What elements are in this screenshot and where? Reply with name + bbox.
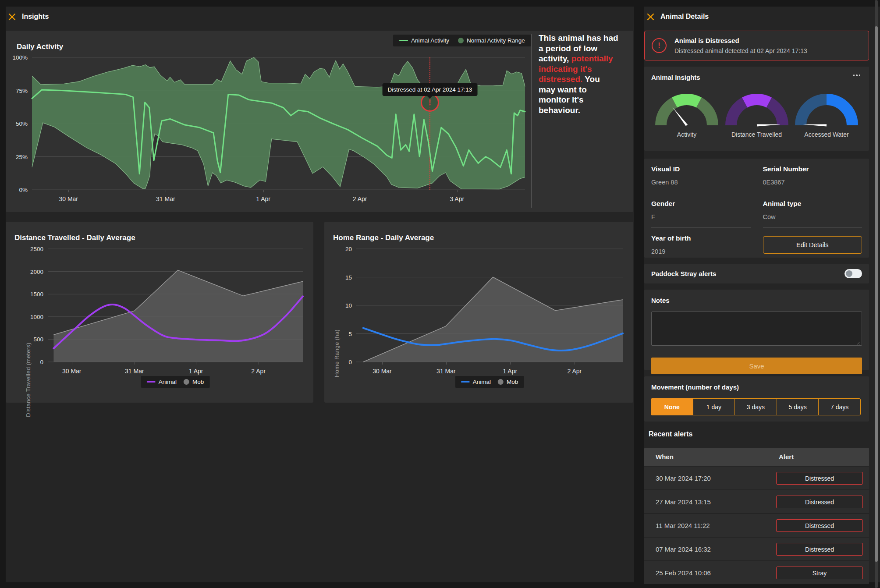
close-icon[interactable] xyxy=(8,13,16,21)
movement-section: Movement (number of days) None 1 day 3 d… xyxy=(644,376,869,422)
movement-7days-button[interactable]: 7 days xyxy=(818,398,861,415)
legend-animal[interactable]: Animal xyxy=(147,379,177,385)
table-row: 27 Mar 2024 13:15 Distressed xyxy=(644,489,869,513)
chart-title: Daily Activity xyxy=(17,43,63,51)
y-axis-tick-label: 5 xyxy=(348,330,352,337)
edit-details-button[interactable]: Edit Details xyxy=(763,236,862,254)
daily-activity-chart[interactable]: Distressed at 02 Apr 2024 17:13 ! 0%25%5… xyxy=(32,57,525,190)
y-axis-tick-label: 25% xyxy=(16,153,28,160)
scrollbar[interactable] xyxy=(875,0,878,588)
y-axis-title: Distance Travelled (meters) xyxy=(25,343,32,417)
legend-label: Animal Activity xyxy=(411,37,449,44)
close-icon[interactable] xyxy=(647,13,654,21)
x-axis-tick-label: 1 Apr xyxy=(256,195,270,202)
x-axis-tick-label: 1 Apr xyxy=(189,368,203,375)
distance-travelled-card: Distance Travelled - Daily Average Dista… xyxy=(6,222,313,403)
x-axis-tick-label: 31 Mar xyxy=(156,195,175,202)
gauge-label: Accessed Water xyxy=(794,131,859,138)
insights-panel: Insights Daily Activity Animal Activity … xyxy=(6,7,634,582)
gauge-label: Distance Travelled xyxy=(724,131,790,138)
alert-badge[interactable]: Stray xyxy=(776,567,863,579)
y-axis-tick-label: 2000 xyxy=(30,268,43,275)
app-root: Insights Daily Activity Animal Activity … xyxy=(0,0,880,588)
x-axis-tick-label: 2 Apr xyxy=(353,195,367,202)
movement-5days-button[interactable]: 5 days xyxy=(777,398,819,415)
movement-button-group: None 1 day 3 days 5 days 7 days xyxy=(651,398,861,415)
recent-alerts-title: Recent alerts xyxy=(649,430,693,438)
field-visual-id: Visual ID Green 88 xyxy=(651,159,751,193)
x-axis-tick xyxy=(446,362,447,365)
recent-alerts-table: When Alert 30 Mar 2024 17:20 Distressed … xyxy=(644,448,869,584)
x-axis-tick xyxy=(135,362,135,365)
x-axis-tick xyxy=(457,190,458,192)
y-axis-tick-label: 10 xyxy=(345,302,352,309)
daily-legend: Animal Activity Normal Activity Range xyxy=(393,35,531,46)
gauge-label: Activity xyxy=(654,131,720,138)
y-axis-tick-label: 75% xyxy=(16,87,28,94)
dot-swatch-icon xyxy=(458,38,464,43)
table-row: 11 Mar 2024 11:22 Distressed xyxy=(644,513,869,537)
movement-none-button[interactable]: None xyxy=(651,398,693,415)
x-axis-tick xyxy=(259,362,259,365)
field-animal-type: Animal type Cow xyxy=(763,193,862,228)
home-range-chart[interactable]: Home Range (ha) Animal Mob 0510152030 Ma… xyxy=(356,249,623,362)
distance-legend: Animal Mob xyxy=(141,376,210,388)
notes-textarea[interactable] xyxy=(651,312,862,346)
home-range-card: Home Range - Daily Average Home Range (h… xyxy=(324,222,633,403)
animal-insights-section: Animal Insights Activity Distance Travel… xyxy=(644,67,869,151)
field-serial-number: Serial Number 0E3867 xyxy=(763,159,862,193)
x-axis-tick xyxy=(72,362,72,365)
distance-chart[interactable]: Distance Travelled (meters) Animal Mob 0… xyxy=(48,249,303,362)
table-row: 25 Feb 2024 10:06 Stray xyxy=(644,560,869,584)
alert-badge[interactable]: Distressed xyxy=(776,496,863,508)
legend-animal[interactable]: Animal xyxy=(461,379,491,385)
vertical-divider xyxy=(531,34,532,208)
table-header: When Alert xyxy=(644,448,869,466)
movement-3days-button[interactable]: 3 days xyxy=(735,398,777,415)
movement-1day-button[interactable]: 1 day xyxy=(693,398,735,415)
panel-title: Animal Details xyxy=(660,13,709,21)
scrollbar-thumb[interactable] xyxy=(875,26,878,562)
x-axis-tick-label: 3 Apr xyxy=(450,195,464,202)
notes-section: Notes Save xyxy=(644,290,869,370)
alert-badge[interactable]: Distressed xyxy=(776,472,863,485)
x-axis-tick-label: 31 Mar xyxy=(125,368,144,375)
distress-alert-banner: ! Animal is Distressed Distressed animal… xyxy=(644,31,869,60)
y-axis-tick-label: 15 xyxy=(345,274,352,280)
daily-activity-card: Daily Activity Animal Activity Normal Ac… xyxy=(6,31,633,212)
y-axis-tick-label: 100% xyxy=(12,54,28,61)
kebab-menu-icon[interactable] xyxy=(852,73,862,78)
tooltip-text: Distressed at 02 Apr 2024 17:13 xyxy=(387,86,472,93)
save-button[interactable]: Save xyxy=(651,358,862,374)
insight-note: This animal has had a period of low acti… xyxy=(539,33,618,115)
alert-badge[interactable]: Distressed xyxy=(776,519,863,532)
legend-label: Normal Activity Range xyxy=(467,37,525,44)
dot-swatch-icon xyxy=(498,379,504,385)
legend-label: Mob xyxy=(192,379,204,385)
paddock-stray-toggle[interactable] xyxy=(845,269,862,278)
column-header-alert: Alert xyxy=(779,453,794,460)
animal-details-panel: Animal Details ! Animal is Distressed Di… xyxy=(644,7,880,582)
alert-exclamation-icon: ! xyxy=(652,38,667,53)
y-axis-tick-label: 2500 xyxy=(30,246,43,252)
y-axis-tick-label: 1500 xyxy=(30,291,43,298)
y-axis-tick-label: 20 xyxy=(345,246,352,252)
table-row: 30 Mar 2024 17:20 Distressed xyxy=(644,466,869,489)
paddock-stray-section: Paddock Stray alerts xyxy=(644,264,869,283)
line-swatch-icon xyxy=(399,40,408,42)
alert-badge[interactable]: Distressed xyxy=(776,543,863,556)
legend-label: Mob xyxy=(507,379,518,385)
legend-mob[interactable]: Mob xyxy=(498,379,518,385)
x-axis-tick xyxy=(360,190,360,192)
alert-subtitle: Distressed animal detected at 02 Apr 202… xyxy=(674,47,807,54)
activity-gauge: Activity xyxy=(654,92,720,138)
x-axis-tick xyxy=(68,190,69,192)
legend-mob[interactable]: Mob xyxy=(184,379,204,385)
y-axis-tick-label: 0% xyxy=(19,187,28,193)
insights-header: Insights xyxy=(6,11,49,22)
gauges-row: Activity Distance Travelled Accessed Wat… xyxy=(644,92,869,138)
section-title: Animal Insights xyxy=(651,74,700,81)
x-axis-tick xyxy=(166,190,166,192)
y-axis-tick-label: 0 xyxy=(348,359,352,365)
legend-label: Animal xyxy=(159,379,177,385)
